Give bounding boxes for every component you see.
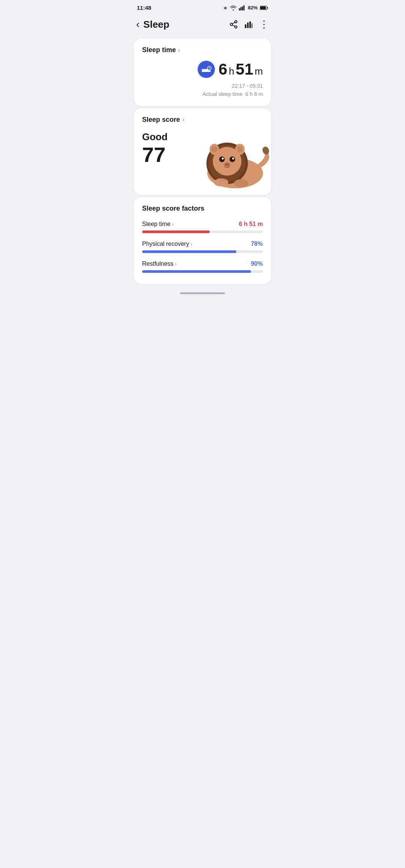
svg-point-31 xyxy=(230,156,235,162)
factor-sleep-time-name: Sleep time › xyxy=(142,221,174,227)
score-left: Good 77 xyxy=(142,127,168,165)
svg-rect-2 xyxy=(242,6,243,10)
factor-sleep-time-bar xyxy=(142,230,263,233)
svg-rect-1 xyxy=(240,7,242,10)
home-bar xyxy=(180,292,225,294)
svg-rect-13 xyxy=(247,22,249,28)
share-icon[interactable] xyxy=(229,20,238,29)
factor-physical-recovery-bar xyxy=(142,250,263,253)
back-button[interactable]: ‹ xyxy=(136,18,140,30)
svg-point-28 xyxy=(212,146,217,153)
status-icons: ∗ 82% xyxy=(223,5,268,11)
factor-restfulness-header[interactable]: Restfulness › 90% xyxy=(142,260,263,267)
svg-point-35 xyxy=(225,163,230,166)
factor-chevron-0: › xyxy=(172,221,174,227)
factor-physical-recovery-fill xyxy=(142,250,236,253)
battery-icon xyxy=(260,6,268,10)
sleep-hours-unit: h xyxy=(229,66,234,77)
home-indicator xyxy=(129,286,276,298)
svg-point-29 xyxy=(237,146,243,153)
sleep-quality: Good xyxy=(142,131,168,143)
factor-restfulness-bar xyxy=(142,270,263,273)
sleep-time-label: Sleep time xyxy=(142,46,176,54)
sleep-score-number: 77 xyxy=(142,144,168,165)
factors-title: Sleep score factors xyxy=(142,205,263,213)
actual-sleep-time: Actual sleep time 6 h 6 m xyxy=(142,90,263,98)
factor-physical-recovery-header[interactable]: Physical recovery › 78% xyxy=(142,241,263,247)
svg-point-22 xyxy=(261,146,270,156)
sleep-duration: 6 h 51 m xyxy=(219,61,263,77)
factor-restfulness: Restfulness › 90% xyxy=(142,260,263,273)
factor-physical-recovery: Physical recovery › 78% xyxy=(142,241,263,253)
top-nav: ‹ Sleep ⋮ xyxy=(129,14,276,36)
nav-left: ‹ Sleep xyxy=(136,18,170,30)
sleep-time-header[interactable]: Sleep time › xyxy=(142,46,263,54)
svg-rect-17 xyxy=(202,70,211,72)
svg-point-37 xyxy=(234,179,248,187)
factor-restfulness-name: Restfulness › xyxy=(142,260,177,267)
nav-right: ⋮ xyxy=(229,19,269,30)
sleep-score-chevron: › xyxy=(182,116,184,123)
sleep-hours: 6 xyxy=(219,61,227,77)
svg-line-11 xyxy=(232,22,235,24)
svg-rect-14 xyxy=(249,21,251,28)
svg-point-32 xyxy=(222,157,224,159)
factor-restfulness-fill xyxy=(142,270,251,273)
factor-chevron-2: › xyxy=(175,261,177,267)
factor-restfulness-value: 90% xyxy=(251,260,263,267)
lion-svg xyxy=(188,127,270,191)
signal-icon xyxy=(239,5,246,10)
battery-percent: 82% xyxy=(248,5,258,10)
factor-sleep-time-value: 6 h 51 m xyxy=(239,221,263,227)
sleep-time-range: 22:17 - 05:31 xyxy=(142,82,263,90)
sleep-icon-badge xyxy=(198,61,215,78)
svg-line-10 xyxy=(232,25,235,27)
svg-point-33 xyxy=(232,157,234,159)
sleep-score-label: Sleep score xyxy=(142,116,180,124)
svg-line-20 xyxy=(209,68,210,69)
bluetooth-icon: ∗ xyxy=(223,5,228,11)
factor-sleep-time: Sleep time › 6 h 51 m xyxy=(142,221,263,233)
factor-sleep-time-fill xyxy=(142,230,210,233)
svg-rect-5 xyxy=(260,6,266,9)
stats-icon[interactable] xyxy=(244,20,253,29)
more-menu-button[interactable]: ⋮ xyxy=(259,19,269,30)
factor-physical-recovery-name: Physical recovery › xyxy=(142,241,192,247)
factor-physical-recovery-value: 78% xyxy=(251,241,263,247)
factor-chevron-1: › xyxy=(190,241,192,247)
sleep-score-factors-card: Sleep score factors Sleep time › 6 h 51 … xyxy=(134,197,271,284)
factor-sleep-time-header[interactable]: Sleep time › 6 h 51 m xyxy=(142,221,263,227)
score-content: Good 77 xyxy=(142,127,263,187)
lion-illustration xyxy=(188,127,263,187)
svg-rect-6 xyxy=(267,7,268,9)
sleep-time-card: Sleep time › 6 h 51 m 22:17 - 05:31 Actu… xyxy=(134,39,271,106)
sleep-score-header[interactable]: Sleep score › xyxy=(142,116,263,124)
sleep-duration-row: 6 h 51 m xyxy=(142,61,263,78)
sleep-minutes-unit: m xyxy=(255,66,263,77)
sleep-minutes: 51 xyxy=(236,61,254,77)
svg-rect-3 xyxy=(243,5,244,10)
svg-rect-0 xyxy=(239,8,240,10)
status-bar: 11:48 ∗ 82% xyxy=(129,0,276,14)
sleep-time-chevron: › xyxy=(178,47,180,54)
svg-rect-15 xyxy=(252,23,252,28)
status-time: 11:48 xyxy=(137,4,151,11)
sleep-time-info: 22:17 - 05:31 Actual sleep time 6 h 6 m xyxy=(142,82,263,99)
wifi-icon xyxy=(230,5,237,10)
svg-rect-12 xyxy=(245,24,246,28)
sleep-score-card: Sleep score › Good 77 xyxy=(134,108,271,195)
svg-point-30 xyxy=(219,156,225,162)
page-title: Sleep xyxy=(143,19,169,30)
